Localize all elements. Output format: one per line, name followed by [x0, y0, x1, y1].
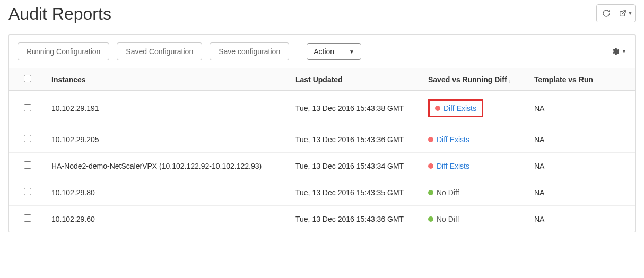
table-row: 10.102.29.205Tue, 13 Dec 2016 15:43:36 G…: [9, 126, 635, 153]
audit-panel: Running Configuration Saved Configuratio…: [8, 34, 636, 232]
running-configuration-button[interactable]: Running Configuration: [18, 42, 109, 60]
column-header-saved-vs-running[interactable]: Saved vs Running Diff↓: [423, 68, 529, 91]
chevron-down-icon: ▼: [349, 49, 354, 55]
toolbar-divider: [298, 44, 298, 59]
no-diff-label: No Diff: [437, 215, 459, 223]
row-checkbox[interactable]: [24, 161, 31, 169]
table-row: HA-Node2-demo-NetScalerVPX (10.102.122.9…: [9, 153, 635, 179]
action-dropdown[interactable]: Action ▼: [307, 43, 361, 60]
diff-highlight-box: Diff Exists: [428, 99, 483, 117]
refresh-icon: [602, 9, 611, 18]
row-checkbox[interactable]: [24, 214, 31, 222]
gear-icon: [611, 47, 620, 56]
diff-exists-link[interactable]: Diff Exists: [443, 104, 476, 112]
page-title: Audit Reports: [8, 4, 111, 24]
instance-cell: 10.102.29.205: [46, 126, 290, 153]
table-row: 10.102.29.191Tue, 13 Dec 2016 15:43:38 G…: [9, 91, 635, 126]
template-cell: NA: [529, 91, 635, 126]
last-updated-cell: Tue, 13 Dec 2016 15:43:38 GMT: [290, 91, 423, 126]
template-cell: NA: [529, 153, 635, 179]
saved-configuration-button[interactable]: Saved Configuration: [117, 42, 202, 60]
diff-cell: Diff Exists: [423, 91, 529, 126]
diff-exists-link[interactable]: Diff Exists: [437, 162, 469, 170]
diff-wrapper: No Diff: [428, 215, 524, 223]
instance-cell: 10.102.29.60: [46, 206, 290, 232]
export-button[interactable]: ▼: [616, 5, 635, 22]
row-checkbox[interactable]: [24, 188, 31, 195]
toolbar: Running Configuration Saved Configuratio…: [9, 35, 635, 68]
column-header-instances[interactable]: Instances: [46, 68, 290, 91]
column-header-checkbox: [9, 68, 46, 91]
chevron-down-icon: ▼: [628, 11, 633, 16]
instance-cell: 10.102.29.80: [46, 179, 290, 206]
refresh-button[interactable]: [597, 5, 616, 22]
diff-exists-link[interactable]: Diff Exists: [437, 135, 469, 144]
sort-desc-icon: ↓: [508, 78, 511, 84]
row-checkbox-cell: [9, 179, 46, 206]
chevron-down-icon: ▼: [622, 49, 626, 54]
instance-cell: HA-Node2-demo-NetScalerVPX (10.102.122.9…: [46, 153, 290, 179]
status-dot-red-icon: [428, 137, 433, 142]
column-header-last-updated[interactable]: Last Updated: [290, 68, 423, 91]
diff-wrapper: Diff Exists: [428, 162, 524, 170]
template-cell: NA: [529, 179, 635, 206]
table-row: 10.102.29.60Tue, 13 Dec 2016 15:43:36 GM…: [9, 206, 635, 232]
instance-cell: 10.102.29.191: [46, 91, 290, 126]
audit-table: Instances Last Updated Saved vs Running …: [9, 68, 635, 232]
status-dot-red-icon: [428, 163, 433, 169]
svg-line-0: [622, 11, 625, 14]
row-checkbox-cell: [9, 206, 46, 232]
diff-cell: Diff Exists: [423, 153, 529, 179]
column-header-template-vs-run[interactable]: Template vs Run: [529, 68, 635, 91]
diff-cell: Diff Exists: [423, 126, 529, 153]
row-checkbox[interactable]: [24, 135, 31, 142]
save-configuration-button[interactable]: Save configuration: [210, 42, 289, 60]
row-checkbox-cell: [9, 126, 46, 153]
action-dropdown-label: Action: [314, 47, 334, 56]
select-all-checkbox[interactable]: [24, 75, 31, 82]
template-cell: NA: [529, 126, 635, 153]
diff-cell: No Diff: [423, 179, 529, 206]
diff-cell: No Diff: [423, 206, 529, 232]
last-updated-cell: Tue, 13 Dec 2016 15:43:36 GMT: [290, 126, 423, 153]
row-checkbox[interactable]: [24, 104, 31, 111]
table-row: 10.102.29.80Tue, 13 Dec 2016 15:43:35 GM…: [9, 179, 635, 206]
diff-wrapper: No Diff: [428, 188, 524, 197]
no-diff-label: No Diff: [437, 188, 459, 197]
settings-dropdown[interactable]: ▼: [611, 47, 626, 56]
row-checkbox-cell: [9, 91, 46, 126]
last-updated-cell: Tue, 13 Dec 2016 15:43:35 GMT: [290, 179, 423, 206]
diff-wrapper: Diff Exists: [428, 135, 524, 144]
header-action-group: ▼: [596, 4, 636, 22]
status-dot-green-icon: [428, 190, 433, 195]
last-updated-cell: Tue, 13 Dec 2016 15:43:34 GMT: [290, 153, 423, 179]
last-updated-cell: Tue, 13 Dec 2016 15:43:36 GMT: [290, 206, 423, 232]
external-link-icon: [619, 10, 626, 17]
status-dot-red-icon: [435, 106, 440, 111]
template-cell: NA: [529, 206, 635, 232]
row-checkbox-cell: [9, 153, 46, 179]
status-dot-green-icon: [428, 216, 433, 222]
